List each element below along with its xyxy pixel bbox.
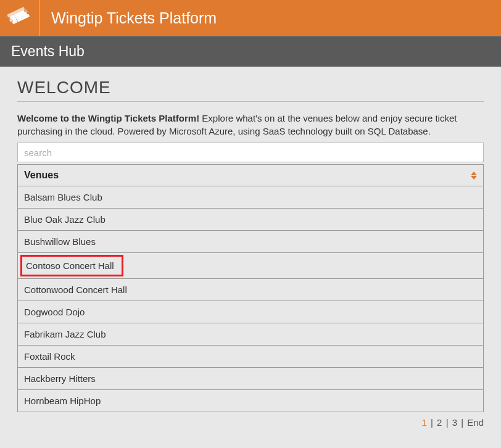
page-current: 1	[422, 417, 427, 428]
venues-table: Venues Balsam Blues ClubBlue Oak Jazz Cl…	[17, 164, 484, 412]
app-title: Wingtip Tickets Platform	[40, 0, 501, 36]
venue-row[interactable]: Contoso Concert Hall	[18, 253, 483, 279]
venue-row[interactable]: Blue Oak Jazz Club	[18, 209, 483, 231]
welcome-heading: WELCOME	[17, 78, 484, 102]
venue-name: Blue Oak Jazz Club	[24, 214, 106, 225]
venue-row[interactable]: Dogwood Dojo	[18, 301, 483, 323]
venue-name-highlighted: Contoso Concert Hall	[20, 255, 123, 276]
pagination-separator: |	[431, 417, 433, 428]
main-content: WELCOME Welcome to the Wingtip Tickets P…	[0, 67, 501, 439]
venue-row[interactable]: Hornbeam HipHop	[18, 390, 483, 412]
page-link-3[interactable]: 3	[452, 417, 457, 428]
venue-name: Bushwillow Blues	[24, 236, 96, 247]
venue-name: Hornbeam HipHop	[24, 396, 101, 406]
column-header-label: Venues	[24, 170, 59, 181]
top-bar: Wingtip Tickets Platform	[0, 0, 501, 36]
venues-column-header[interactable]: Venues	[18, 165, 483, 186]
venue-name: Cottonwood Concert Hall	[24, 284, 127, 295]
search-input[interactable]	[17, 143, 484, 162]
venue-name: Hackberry Hitters	[24, 373, 96, 384]
venue-row[interactable]: Foxtail Rock	[18, 346, 483, 368]
intro-bold: Welcome to the Wingtip Tickets Platform!	[17, 113, 199, 123]
page-link-2[interactable]: 2	[437, 417, 442, 428]
page-link-end[interactable]: End	[467, 417, 484, 428]
sort-icon[interactable]	[471, 172, 477, 180]
page-subtitle: Events Hub	[0, 36, 501, 67]
tickets-icon	[7, 4, 32, 31]
venue-row[interactable]: Balsam Blues Club	[18, 186, 483, 209]
venue-name: Fabrikam Jazz Club	[24, 329, 106, 339]
venue-row[interactable]: Hackberry Hitters	[18, 368, 483, 390]
venue-name: Balsam Blues Club	[24, 192, 102, 202]
pagination-separator: |	[446, 417, 449, 428]
venue-row[interactable]: Cottonwood Concert Hall	[18, 279, 483, 301]
venue-row[interactable]: Fabrikam Jazz Club	[18, 323, 483, 346]
pagination-separator: |	[461, 417, 463, 428]
venue-name: Dogwood Dojo	[24, 307, 85, 317]
venue-name: Foxtail Rock	[24, 351, 75, 362]
venue-row[interactable]: Bushwillow Blues	[18, 231, 483, 253]
venues-body: Balsam Blues ClubBlue Oak Jazz ClubBushw…	[18, 186, 483, 412]
pagination: 1 | 2 | 3 | End	[17, 417, 484, 428]
intro-text: Welcome to the Wingtip Tickets Platform!…	[17, 112, 484, 138]
app-icon-box	[0, 0, 40, 36]
